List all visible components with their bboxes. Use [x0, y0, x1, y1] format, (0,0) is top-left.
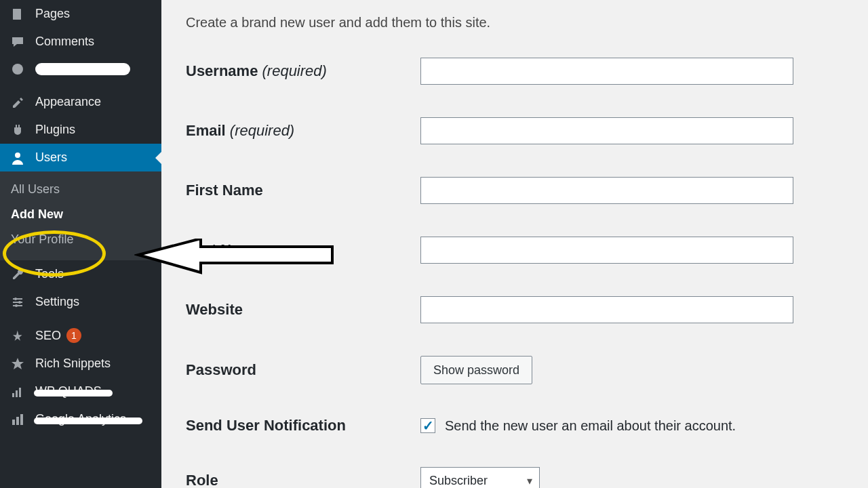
submenu-add-new[interactable]: Add New [0, 202, 161, 227]
svg-point-3 [12, 64, 23, 75]
notify-text: Send the new user an email about their a… [445, 418, 736, 434]
sidebar-item-users[interactable]: Users [0, 144, 161, 171]
sidebar-item-appearance[interactable]: Appearance [0, 88, 161, 116]
sidebar-label: Appearance [35, 95, 101, 109]
quads-icon [9, 385, 26, 399]
label-email: Email (required) [186, 122, 420, 140]
main-content: Create a brand new user and add them to … [161, 0, 868, 488]
sidebar-item-settings[interactable]: Settings [0, 288, 161, 316]
label-notify: Send User Notification [186, 417, 420, 434]
submenu-your-profile[interactable]: Your Profile [0, 227, 161, 252]
svg-point-9 [18, 301, 21, 304]
svg-rect-13 [19, 388, 21, 397]
row-password: Password Show password [186, 356, 844, 384]
comments-icon [9, 35, 26, 49]
users-icon [9, 151, 26, 165]
label-lastname: Last Name [186, 241, 420, 259]
menu-separator [0, 83, 161, 88]
sidebar-item-google-analytics[interactable]: Google Analytics [0, 405, 161, 433]
row-lastname: Last Name [186, 237, 844, 264]
sidebar-label: Pages [35, 7, 70, 21]
row-role: Role Subscriber [186, 467, 844, 488]
label-website: Website [186, 301, 420, 319]
submenu-all-users[interactable]: All Users [0, 177, 161, 202]
label-role: Role [186, 472, 420, 488]
sidebar-label: Tools [35, 267, 64, 281]
row-website: Website [186, 296, 844, 323]
menu-separator [0, 316, 161, 321]
label-firstname: First Name [186, 182, 420, 199]
sidebar-item-comments[interactable]: Comments [0, 28, 161, 56]
plugins-icon [9, 123, 26, 137]
seo-icon [9, 329, 26, 342]
row-email: Email (required) [186, 117, 844, 144]
sidebar-label: Google Analytics [35, 412, 126, 426]
users-submenu: All Users Add New Your Profile [0, 171, 161, 260]
sidebar-label: Comments [35, 35, 94, 49]
username-input[interactable] [420, 58, 793, 85]
svg-rect-15 [16, 417, 19, 425]
settings-icon [9, 296, 26, 309]
analytics-icon [9, 413, 26, 426]
sidebar-item-obscured-plugin[interactable] [0, 56, 161, 83]
tools-icon [9, 268, 26, 281]
sidebar-label: WP QUADS [35, 384, 102, 399]
svg-point-4 [15, 152, 20, 158]
row-firstname: First Name [186, 177, 844, 204]
svg-rect-11 [12, 393, 14, 397]
row-notify: Send User Notification ✓ Send the new us… [186, 417, 844, 434]
star-icon [9, 357, 26, 371]
svg-point-10 [15, 304, 18, 307]
svg-rect-12 [16, 390, 18, 397]
sidebar-item-pages[interactable]: Pages [0, 0, 161, 28]
svg-rect-14 [12, 420, 15, 425]
row-username: Username (required) [186, 58, 844, 85]
admin-sidebar: Pages Comments Appearance Plugins [0, 0, 161, 488]
sidebar-label: Plugins [35, 123, 75, 137]
show-password-button[interactable]: Show password [420, 356, 532, 384]
obscured-label [35, 63, 130, 75]
sidebar-item-plugins[interactable]: Plugins [0, 116, 161, 144]
pages-icon [9, 7, 26, 21]
lastname-input[interactable] [420, 237, 793, 264]
firstname-input[interactable] [420, 177, 793, 204]
website-input[interactable] [420, 296, 793, 323]
plugin-icon [9, 62, 26, 76]
label-username: Username (required) [186, 62, 420, 80]
appearance-icon [9, 96, 26, 109]
svg-rect-2 [13, 9, 21, 20]
sidebar-label: Users [35, 150, 67, 165]
svg-point-8 [14, 298, 17, 300]
sidebar-item-tools[interactable]: Tools [0, 260, 161, 288]
sidebar-label: SEO [35, 329, 61, 343]
role-select[interactable]: Subscriber [420, 467, 540, 488]
update-badge: 1 [66, 328, 81, 343]
sidebar-item-seo[interactable]: SEO 1 [0, 321, 161, 350]
sidebar-item-rich-snippets[interactable]: Rich Snippets [0, 350, 161, 378]
sidebar-item-wp-quads[interactable]: WP QUADS [0, 378, 161, 405]
sidebar-label: Settings [35, 295, 79, 309]
label-password: Password [186, 361, 420, 379]
svg-rect-16 [20, 414, 23, 425]
sidebar-label: Rich Snippets [35, 357, 111, 371]
page-intro: Create a brand new user and add them to … [186, 15, 844, 30]
notify-checkbox-label[interactable]: ✓ Send the new user an email about their… [420, 418, 844, 434]
email-input[interactable] [420, 117, 793, 144]
notify-checkbox[interactable]: ✓ [420, 418, 435, 433]
